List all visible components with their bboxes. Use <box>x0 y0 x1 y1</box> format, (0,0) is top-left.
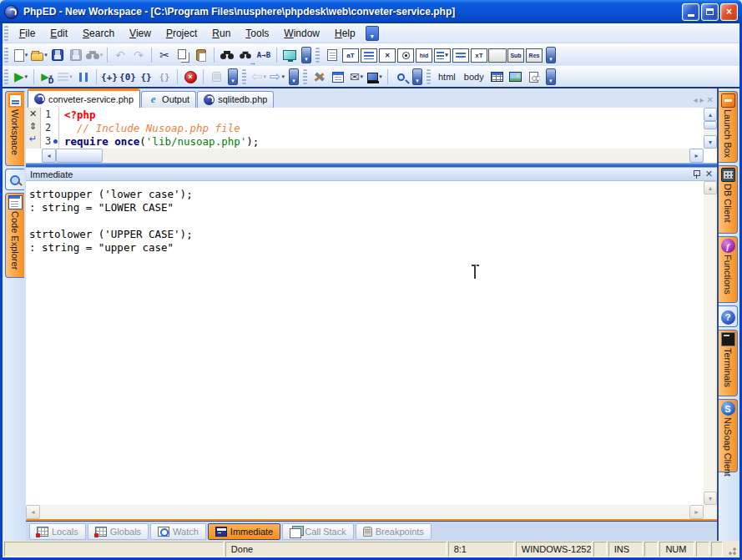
scroll-left-icon[interactable]: ◂ <box>26 505 40 519</box>
resize-grip[interactable] <box>724 542 738 557</box>
editor-vertical-scrollbar[interactable]: ▴ ▾ <box>704 108 717 149</box>
navigate-forward-button[interactable]: ⇨▾ <box>268 68 286 86</box>
toolbar-grip[interactable] <box>4 69 8 84</box>
project-properties-button[interactable] <box>329 68 347 86</box>
insert-body-tag-button[interactable]: body <box>460 68 488 86</box>
toolbar-grip[interactable] <box>242 69 246 84</box>
tab-globals[interactable]: Globals <box>88 523 149 540</box>
color-picker-button[interactable]: ▾ <box>366 68 384 86</box>
scroll-down-icon[interactable]: ▾ <box>704 492 717 505</box>
toolbar-grip[interactable] <box>315 48 320 63</box>
redo-button[interactable]: ↷ <box>129 46 148 64</box>
toolbar-grip[interactable] <box>303 69 307 84</box>
insert-hidden-field-button[interactable]: hid <box>415 46 433 64</box>
run-in-debugger-button[interactable]: ▶D▾ <box>38 68 56 86</box>
toolbar-overflow-button[interactable]: ▾ <box>412 68 422 85</box>
restore-button[interactable] <box>701 3 719 21</box>
sidebar-tab-code-explorer[interactable]: Code Explorer <box>5 193 24 278</box>
sidebar-tab-launch-box[interactable]: Launch Box <box>719 91 738 163</box>
toolbar-grip[interactable] <box>427 69 431 84</box>
step-out-button[interactable]: {} <box>137 68 155 86</box>
step-over-button[interactable]: {0} <box>119 68 137 86</box>
scrollbar-thumb[interactable] <box>56 149 103 163</box>
find-in-files-button[interactable]: ▾ <box>85 46 103 64</box>
minimize-button[interactable] <box>682 3 699 21</box>
close-button[interactable]: × <box>720 3 738 21</box>
menubar-grip[interactable] <box>4 26 8 41</box>
sidebar-tab-search[interactable] <box>5 169 24 190</box>
paste-button[interactable] <box>192 46 210 64</box>
sidebar-tab-help[interactable]: ? <box>719 305 738 327</box>
immediate-console[interactable]: strtoupper ('lower case'); : string = "L… <box>26 181 704 505</box>
menu-window[interactable]: Window <box>276 25 327 42</box>
insert-label-button[interactable]: aT <box>341 46 360 64</box>
immediate-panel-header[interactable]: Immediate ✕ <box>26 167 717 181</box>
insert-button-button[interactable] <box>488 46 507 64</box>
close-panel-icon[interactable]: ✕ <box>705 169 713 179</box>
tab-output[interactable]: e Output <box>141 91 196 108</box>
save-all-button[interactable] <box>67 46 85 64</box>
new-file-button[interactable]: ▾ <box>12 46 30 64</box>
tab-locals[interactable]: Locals <box>29 523 86 540</box>
find-next-button[interactable]: → <box>236 46 255 64</box>
sidebar-tab-db-client[interactable]: DB Client <box>719 165 738 234</box>
pause-button[interactable] <box>74 68 93 86</box>
menu-tools[interactable]: Tools <box>238 25 276 42</box>
scroll-down-icon[interactable]: ▾ <box>704 135 717 149</box>
tab-sqlitedb[interactable]: sqlitedb.php <box>197 91 274 108</box>
deploy-button[interactable]: ✉▾ <box>347 68 366 86</box>
insert-listbox-button[interactable] <box>360 46 378 64</box>
toolbar-overflow-button[interactable]: ▾ <box>228 68 238 85</box>
cut-button[interactable]: ✂ <box>155 46 174 64</box>
insert-table-button[interactable] <box>488 68 507 86</box>
sidebar-tab-nusoap-client[interactable]: S NuSoap Client <box>719 399 738 472</box>
insert-image-button[interactable] <box>507 68 525 86</box>
pin-panel-icon[interactable] <box>694 170 699 179</box>
find-button[interactable] <box>218 46 236 64</box>
run-button[interactable]: ▶▾ <box>12 68 30 86</box>
menu-overflow-button[interactable]: ▾ <box>366 26 379 41</box>
toolbar-overflow-button[interactable]: ▾ <box>301 47 311 63</box>
menu-run[interactable]: Run <box>204 25 238 42</box>
scroll-up-icon[interactable]: ▴ <box>704 181 717 194</box>
save-button[interactable] <box>48 46 67 64</box>
menu-file[interactable]: File <box>12 25 43 42</box>
insert-checkbox-button[interactable]: ✕ <box>378 46 396 64</box>
code-editor[interactable]: ✕ ⇕ ↵ 1 2 3 <?php // Include Nusoap.php … <box>26 108 717 163</box>
copy-button[interactable] <box>174 46 192 64</box>
tab-scroll-left-icon[interactable]: ◂ <box>694 95 698 104</box>
insert-html-tag-button[interactable]: html <box>434 68 460 86</box>
insert-reset-button[interactable]: Res <box>525 46 543 64</box>
break-button[interactable] <box>207 68 225 86</box>
split-editor-icon[interactable]: ⇕ <box>29 121 37 132</box>
insert-combo-button[interactable] <box>452 46 470 64</box>
insert-select-button[interactable]: ▾ <box>433 46 452 64</box>
navigate-back-button[interactable]: ⇦▾ <box>250 68 268 86</box>
replace-button[interactable]: A→B <box>255 46 273 64</box>
toolbar-grip[interactable] <box>4 48 8 63</box>
zoom-button[interactable] <box>391 68 410 86</box>
undo-button[interactable]: ↶ <box>111 46 129 64</box>
editor-horizontal-scrollbar[interactable]: ◂ ▸ <box>42 149 704 163</box>
code-text[interactable]: <?php // Include Nusoap.php file require… <box>60 108 704 149</box>
sidebar-tab-workspace[interactable]: Workspace <box>5 91 24 166</box>
sidebar-tab-functions[interactable]: f Functions <box>719 236 738 303</box>
insert-anchor-button[interactable] <box>525 68 543 86</box>
stop-button[interactable]: × <box>181 68 199 86</box>
code-navigator-icon[interactable]: ↵ <box>29 134 37 144</box>
insert-radio-button[interactable] <box>396 46 415 64</box>
tab-immediate[interactable]: Immediate <box>208 523 280 540</box>
menu-edit[interactable]: Edit <box>43 25 75 42</box>
console-horizontal-scrollbar[interactable]: ◂ ▸ <box>26 505 704 519</box>
close-gutter-icon[interactable]: ✕ <box>29 108 37 119</box>
menu-help[interactable]: Help <box>327 25 363 42</box>
insert-submit-button[interactable]: Sub <box>507 46 525 64</box>
tab-close-icon[interactable]: ✕ <box>707 95 714 104</box>
toolbar-overflow-button[interactable]: ▾ <box>289 68 299 85</box>
insert-form-button[interactable] <box>323 46 341 64</box>
step-into-button[interactable]: {+} <box>100 68 119 86</box>
scroll-left-icon[interactable]: ◂ <box>42 149 56 163</box>
scroll-right-icon[interactable]: ▸ <box>689 149 704 163</box>
menu-search[interactable]: Search <box>75 25 122 42</box>
preview-in-browser-button[interactable] <box>280 46 299 64</box>
